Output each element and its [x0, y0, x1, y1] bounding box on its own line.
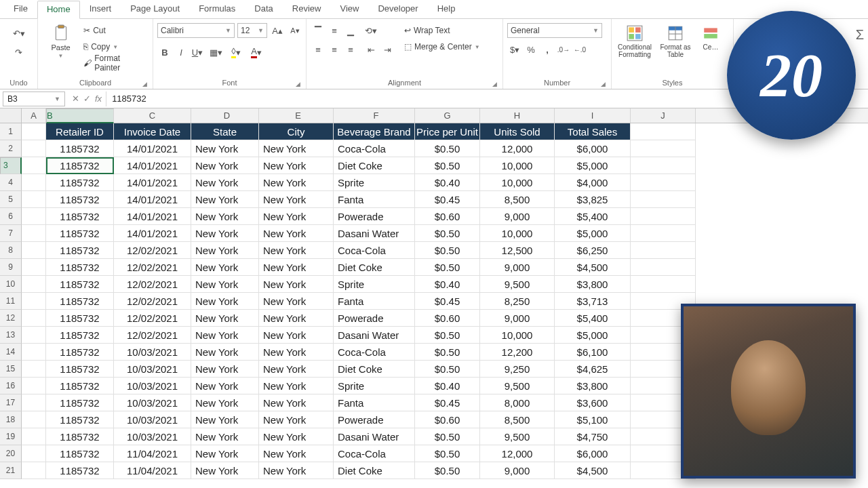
cell[interactable]: Diet Coke	[334, 462, 415, 479]
colhead-a[interactable]: A	[22, 108, 46, 123]
cell[interactable]: New York	[191, 242, 259, 258]
cell[interactable]: New York	[259, 445, 334, 462]
paste-button[interactable]: Paste ▼	[42, 23, 79, 60]
cell[interactable]: New York	[191, 208, 259, 224]
alignment-launcher-icon[interactable]: ◢	[492, 81, 497, 87]
wrap-text-button[interactable]: ↩Wrap Text	[403, 23, 481, 38]
colhead-e[interactable]: E	[259, 108, 334, 123]
cell[interactable]: 1185732	[46, 327, 114, 343]
cell[interactable]: $0.60	[415, 208, 480, 224]
cell[interactable]: Fanta	[334, 191, 415, 207]
cell[interactable]: 14/01/2021	[114, 174, 191, 190]
cell[interactable]: $0.50	[415, 225, 480, 241]
menu-tab-data[interactable]: Data	[245, 0, 282, 18]
align-right-icon[interactable]: ≡	[343, 42, 358, 57]
cell[interactable]: $0.50	[415, 242, 480, 258]
cell[interactable]	[22, 157, 46, 174]
cell[interactable]: 11/04/2021	[114, 445, 191, 462]
cell[interactable]	[631, 276, 696, 292]
menu-tab-file[interactable]: File	[4, 0, 37, 18]
cell[interactable]: Dasani Water	[334, 327, 415, 343]
cell[interactable]: New York	[259, 174, 334, 190]
cell[interactable]: Diet Coke	[334, 259, 415, 275]
rowhead[interactable]: 9	[0, 259, 22, 276]
cell[interactable]: 1185732	[46, 445, 114, 462]
cell[interactable]: New York	[259, 276, 334, 292]
merge-center-button[interactable]: ⬚Merge & Center▼	[403, 39, 481, 54]
cell[interactable]: New York	[259, 411, 334, 428]
cell[interactable]: New York	[191, 276, 259, 292]
cell[interactable]: 14/01/2021	[114, 157, 191, 174]
rowhead[interactable]: 15	[0, 361, 22, 378]
fill-color-button[interactable]: ◊▾	[226, 45, 245, 60]
cell[interactable]: Coca-Cola	[334, 242, 415, 258]
cell[interactable]: 9,500	[480, 276, 555, 292]
number-format-select[interactable]: General▼	[507, 23, 602, 38]
comma-icon[interactable]: ,	[540, 42, 555, 57]
font-name-select[interactable]: Calibri▼	[157, 23, 235, 38]
cell[interactable]: New York	[191, 157, 259, 174]
cell[interactable]: New York	[259, 310, 334, 326]
rowhead[interactable]: 13	[0, 327, 22, 344]
cell[interactable]: New York	[259, 378, 334, 394]
cell[interactable]: $0.40	[415, 276, 480, 292]
cell[interactable]: 8,500	[480, 191, 555, 207]
cell[interactable]: 12,200	[480, 344, 555, 360]
increase-font-icon[interactable]: A▴	[270, 23, 285, 38]
cell[interactable]	[631, 174, 696, 190]
cell[interactable]	[631, 157, 696, 174]
redo-icon[interactable]: ↷	[12, 45, 26, 60]
name-box[interactable]: B3▼	[3, 92, 65, 106]
cell[interactable]: 10/03/2021	[114, 344, 191, 360]
cell[interactable]: Powerade	[334, 310, 415, 326]
cell[interactable]: New York	[191, 378, 259, 394]
conditional-formatting-button[interactable]: Conditional Formatting	[616, 23, 654, 60]
cell[interactable]: $4,500	[555, 462, 631, 479]
cell[interactable]	[631, 208, 696, 224]
cell[interactable]: New York	[259, 344, 334, 360]
cell[interactable]: $6,000	[555, 445, 631, 462]
cell[interactable]: 10,000	[480, 327, 555, 343]
colhead-b[interactable]: B	[46, 108, 114, 123]
cell[interactable]	[631, 123, 696, 140]
rowhead[interactable]: 6	[0, 208, 22, 225]
cell[interactable]: $0.40	[415, 174, 480, 190]
cell[interactable]: $5,400	[555, 310, 631, 326]
cell[interactable]: $3,600	[555, 394, 631, 411]
cell[interactable]: New York	[191, 445, 259, 462]
rowhead[interactable]: 21	[0, 462, 22, 479]
cell[interactable]: 1185732	[46, 411, 114, 428]
cell[interactable]: New York	[191, 174, 259, 190]
cell[interactable]: 10,000	[480, 157, 555, 174]
cell[interactable]	[22, 174, 46, 190]
align-center-icon[interactable]: ≡	[327, 42, 342, 57]
menu-tab-help[interactable]: Help	[428, 0, 465, 18]
cell[interactable]: Total Sales	[555, 123, 631, 140]
cell[interactable]: Coca-Cola	[334, 140, 415, 157]
cell[interactable]: 14/01/2021	[114, 225, 191, 241]
cell[interactable]: Dasani Water	[334, 225, 415, 241]
rowhead[interactable]: 19	[0, 428, 22, 445]
cell[interactable]: 14/01/2021	[114, 208, 191, 224]
cell[interactable]: $6,250	[555, 242, 631, 258]
cell[interactable]: City	[259, 123, 334, 140]
font-launcher-icon[interactable]: ◢	[296, 81, 300, 87]
rowhead[interactable]: 8	[0, 242, 22, 259]
cell[interactable]: 10,000	[480, 225, 555, 241]
cell[interactable]: 12/02/2021	[114, 327, 191, 343]
cell[interactable]: 12/02/2021	[114, 259, 191, 275]
cell[interactable]	[22, 140, 46, 157]
cell[interactable]: $3,800	[555, 378, 631, 394]
cell[interactable]: 12/02/2021	[114, 293, 191, 309]
colhead-h[interactable]: H	[480, 108, 555, 123]
cell[interactable]: 1185732	[46, 428, 114, 445]
cell[interactable]	[631, 191, 696, 207]
cell[interactable]: $6,100	[555, 344, 631, 360]
cell[interactable]: $4,500	[555, 259, 631, 275]
cancel-icon[interactable]: ✕	[72, 94, 79, 104]
cell[interactable]: New York	[191, 191, 259, 207]
rowhead[interactable]: 7	[0, 225, 22, 242]
cell[interactable]: 1185732	[46, 310, 114, 326]
cell[interactable]: 1185732	[46, 462, 114, 479]
colhead-j[interactable]: J	[631, 108, 696, 123]
